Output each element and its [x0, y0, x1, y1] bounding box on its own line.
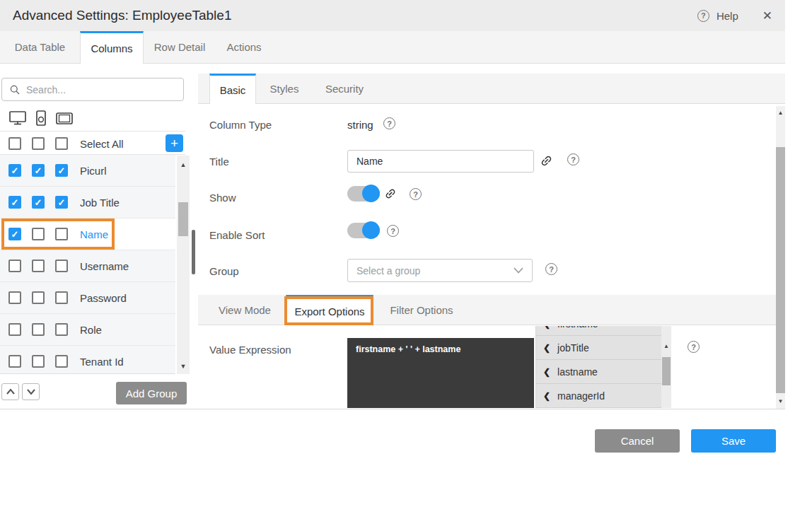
tablet-icon[interactable]: [55, 110, 74, 127]
enable-sort-toggle[interactable]: [347, 223, 380, 238]
chevron-down-icon: [514, 267, 523, 274]
select-all-checkbox-tablet[interactable]: [55, 137, 68, 150]
add-column-button[interactable]: +: [166, 134, 183, 152]
tab-columns[interactable]: Columns: [80, 31, 144, 64]
checkbox[interactable]: [8, 260, 21, 272]
field-item-firstname[interactable]: ❮ firstname: [536, 326, 661, 336]
title-label: Title: [209, 156, 229, 168]
group-select[interactable]: Select a group: [347, 259, 533, 282]
checkbox[interactable]: [32, 291, 45, 304]
help-icon[interactable]: ?: [383, 117, 395, 129]
checkbox[interactable]: [32, 228, 45, 240]
column-label: Username: [80, 260, 129, 272]
scrollbar-thumb[interactable]: [662, 357, 671, 385]
show-toggle[interactable]: [347, 186, 380, 202]
tab-export-options[interactable]: Export Options: [286, 295, 373, 325]
link-icon[interactable]: [384, 187, 397, 200]
tab-view-mode[interactable]: View Mode: [207, 295, 283, 325]
checkbox[interactable]: [32, 355, 45, 368]
scroll-down-icon[interactable]: ▼: [177, 363, 190, 370]
add-group-button[interactable]: Add Group: [116, 382, 187, 404]
tab-actions[interactable]: Actions: [216, 31, 272, 63]
tab-basic[interactable]: Basic: [209, 74, 256, 104]
checkbox[interactable]: [32, 196, 45, 209]
chevron-up-icon: [6, 388, 16, 395]
select-all-row[interactable]: Select All: [0, 132, 185, 155]
tab-data-table[interactable]: Data Table: [0, 31, 80, 63]
value-expression-label: Value Expression: [209, 344, 291, 356]
expression-fields-inner: ❮ firstname ❮ jobTitle ❮ lastname ❮ mana…: [536, 326, 661, 408]
column-row-role[interactable]: Role: [0, 314, 175, 346]
help-icon[interactable]: ?: [688, 341, 700, 353]
scroll-up-icon[interactable]: ▲: [661, 343, 671, 349]
sidebar-scrollbar[interactable]: ▲ ▼: [177, 156, 190, 374]
column-label: Role: [80, 324, 102, 336]
checkbox[interactable]: [8, 196, 21, 209]
tab-security[interactable]: Security: [313, 74, 376, 103]
panel-scrollbar-thumb[interactable]: [192, 230, 195, 274]
help-icon[interactable]: ?: [697, 10, 709, 22]
checkbox[interactable]: [8, 355, 21, 368]
column-row-name[interactable]: Name: [0, 218, 175, 250]
checkbox[interactable]: [55, 196, 68, 209]
checkbox[interactable]: [32, 164, 45, 177]
main-tab-bar: Data Table Columns Row Detail Actions: [0, 31, 785, 64]
field-item-lastname[interactable]: ❮ lastname: [536, 360, 661, 384]
scroll-down-icon[interactable]: ▼: [776, 398, 785, 404]
select-all-label: Select All: [80, 138, 124, 150]
show-label: Show: [209, 192, 236, 204]
field-item-managerid[interactable]: ❮ managerId: [536, 384, 661, 408]
checkbox[interactable]: [55, 355, 68, 368]
column-row-picurl[interactable]: Picurl: [0, 155, 175, 187]
value-expression-editor[interactable]: firstname + ' ' + lastname: [347, 338, 534, 408]
help-icon[interactable]: ?: [545, 263, 557, 275]
chevron-left-icon: ❮: [543, 326, 550, 329]
close-icon[interactable]: ✕: [762, 8, 772, 23]
scroll-up-icon[interactable]: ▲: [776, 110, 785, 116]
checkbox[interactable]: [32, 260, 45, 272]
scrollbar-thumb[interactable]: [178, 202, 188, 236]
field-item-jobtitle[interactable]: ❮ jobTitle: [536, 336, 661, 360]
column-label: Job Title: [80, 197, 120, 209]
search-input[interactable]: [26, 84, 168, 95]
checkbox[interactable]: [55, 260, 68, 272]
checkbox[interactable]: [32, 323, 45, 336]
checkbox[interactable]: [8, 323, 21, 336]
help-icon[interactable]: ?: [567, 153, 579, 165]
column-row-username[interactable]: Username: [0, 250, 175, 282]
content-scrollbar[interactable]: ▲ ▼: [776, 106, 785, 409]
move-up-button[interactable]: [1, 383, 19, 400]
help-icon[interactable]: ?: [410, 188, 422, 200]
checkbox[interactable]: [8, 291, 21, 304]
scroll-up-icon[interactable]: ▲: [177, 161, 190, 168]
column-label: Name: [80, 228, 108, 240]
save-button[interactable]: Save: [691, 429, 776, 453]
mobile-icon[interactable]: [34, 110, 48, 127]
tab-row-detail[interactable]: Row Detail: [144, 31, 216, 63]
link-icon[interactable]: [540, 154, 553, 168]
fields-list-scrollbar[interactable]: ▲: [661, 326, 671, 408]
column-row-password[interactable]: Password: [0, 282, 175, 314]
checkbox[interactable]: [55, 291, 68, 304]
column-type-value: string: [347, 119, 373, 131]
tab-styles[interactable]: Styles: [256, 74, 313, 103]
cancel-button[interactable]: Cancel: [595, 429, 680, 453]
move-down-button[interactable]: [22, 383, 40, 400]
scrollbar-thumb[interactable]: [776, 147, 785, 393]
checkbox[interactable]: [8, 228, 21, 240]
dialog-header: Advanced Settings: EmployeeTable1 ? Help…: [0, 0, 785, 31]
desktop-icon[interactable]: [8, 110, 27, 127]
select-all-checkbox-mobile[interactable]: [32, 137, 45, 150]
tab-filter-options[interactable]: Filter Options: [382, 295, 461, 325]
select-all-checkbox-desktop[interactable]: [8, 137, 21, 150]
checkbox[interactable]: [55, 164, 68, 177]
column-row-tenant-id[interactable]: Tenant Id: [0, 346, 175, 374]
checkbox[interactable]: [8, 164, 21, 177]
title-input[interactable]: [347, 150, 534, 173]
checkbox[interactable]: [55, 228, 68, 240]
checkbox[interactable]: [55, 323, 68, 336]
help-label[interactable]: Help: [717, 10, 738, 22]
help-icon[interactable]: ?: [387, 225, 399, 237]
column-row-job-title[interactable]: Job Title: [0, 187, 175, 218]
search-input-wrapper: [1, 78, 184, 101]
